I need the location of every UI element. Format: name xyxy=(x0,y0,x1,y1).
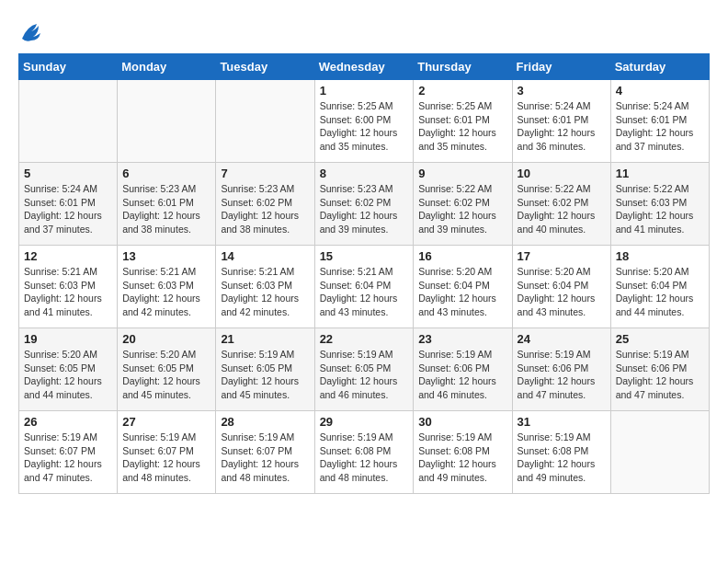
calendar-empty-cell xyxy=(118,80,216,163)
calendar-day-1: 1Sunrise: 5:25 AM Sunset: 6:00 PM Daylig… xyxy=(314,80,414,163)
day-info: Sunrise: 5:21 AM Sunset: 6:03 PM Dayligh… xyxy=(122,265,210,319)
day-info: Sunrise: 5:19 AM Sunset: 6:07 PM Dayligh… xyxy=(221,431,309,485)
calendar-week-3: 12Sunrise: 5:21 AM Sunset: 6:03 PM Dayli… xyxy=(19,246,710,328)
calendar-day-25: 25Sunrise: 5:19 AM Sunset: 6:06 PM Dayli… xyxy=(610,328,709,411)
day-info: Sunrise: 5:25 AM Sunset: 6:00 PM Dayligh… xyxy=(320,99,409,154)
day-info: Sunrise: 5:19 AM Sunset: 6:06 PM Dayligh… xyxy=(616,348,704,402)
day-number: 6 xyxy=(122,167,210,180)
day-info: Sunrise: 5:24 AM Sunset: 6:01 PM Dayligh… xyxy=(616,99,704,154)
logo-icon xyxy=(18,18,44,44)
day-header-sunday: Sunday xyxy=(19,54,118,80)
calendar-day-12: 12Sunrise: 5:21 AM Sunset: 6:03 PM Dayli… xyxy=(19,246,118,328)
day-number: 14 xyxy=(221,249,309,263)
day-info: Sunrise: 5:19 AM Sunset: 6:07 PM Dayligh… xyxy=(24,431,112,485)
calendar-day-19: 19Sunrise: 5:20 AM Sunset: 6:05 PM Dayli… xyxy=(19,328,118,411)
day-info: Sunrise: 5:20 AM Sunset: 6:05 PM Dayligh… xyxy=(122,348,210,402)
calendar-day-2: 2Sunrise: 5:25 AM Sunset: 6:01 PM Daylig… xyxy=(414,80,512,163)
day-info: Sunrise: 5:20 AM Sunset: 6:05 PM Dayligh… xyxy=(24,348,112,402)
day-number: 10 xyxy=(518,167,606,180)
calendar-day-18: 18Sunrise: 5:20 AM Sunset: 6:04 PM Dayli… xyxy=(610,246,709,328)
day-header-monday: Monday xyxy=(118,54,216,80)
day-number: 24 xyxy=(518,332,606,346)
day-number: 9 xyxy=(418,167,506,180)
calendar-day-5: 5Sunrise: 5:24 AM Sunset: 6:01 PM Daylig… xyxy=(19,163,118,246)
day-info: Sunrise: 5:25 AM Sunset: 6:01 PM Dayligh… xyxy=(418,99,506,154)
day-info: Sunrise: 5:21 AM Sunset: 6:03 PM Dayligh… xyxy=(24,265,112,319)
calendar-day-8: 8Sunrise: 5:23 AM Sunset: 6:02 PM Daylig… xyxy=(314,163,414,246)
calendar-day-29: 29Sunrise: 5:19 AM Sunset: 6:08 PM Dayli… xyxy=(314,411,414,494)
day-number: 15 xyxy=(320,249,409,263)
day-number: 11 xyxy=(616,167,704,180)
calendar-day-9: 9Sunrise: 5:22 AM Sunset: 6:02 PM Daylig… xyxy=(414,163,512,246)
calendar-day-4: 4Sunrise: 5:24 AM Sunset: 6:01 PM Daylig… xyxy=(610,80,709,163)
calendar-day-13: 13Sunrise: 5:21 AM Sunset: 6:03 PM Dayli… xyxy=(118,246,216,328)
day-number: 8 xyxy=(320,167,409,180)
day-info: Sunrise: 5:19 AM Sunset: 6:05 PM Dayligh… xyxy=(320,348,409,402)
day-info: Sunrise: 5:19 AM Sunset: 6:07 PM Dayligh… xyxy=(122,431,210,485)
day-number: 4 xyxy=(616,84,704,98)
day-number: 19 xyxy=(24,332,112,346)
calendar-day-6: 6Sunrise: 5:23 AM Sunset: 6:01 PM Daylig… xyxy=(118,163,216,246)
day-number: 23 xyxy=(418,332,506,346)
calendar-day-28: 28Sunrise: 5:19 AM Sunset: 6:07 PM Dayli… xyxy=(216,411,314,494)
day-info: Sunrise: 5:23 AM Sunset: 6:02 PM Dayligh… xyxy=(221,182,309,236)
calendar-day-23: 23Sunrise: 5:19 AM Sunset: 6:06 PM Dayli… xyxy=(414,328,512,411)
day-number: 13 xyxy=(122,249,210,263)
calendar-day-21: 21Sunrise: 5:19 AM Sunset: 6:05 PM Dayli… xyxy=(216,328,314,411)
day-info: Sunrise: 5:23 AM Sunset: 6:01 PM Dayligh… xyxy=(122,182,210,236)
logo xyxy=(18,18,48,44)
calendar-day-27: 27Sunrise: 5:19 AM Sunset: 6:07 PM Dayli… xyxy=(118,411,216,494)
calendar-day-14: 14Sunrise: 5:21 AM Sunset: 6:03 PM Dayli… xyxy=(216,246,314,328)
day-info: Sunrise: 5:22 AM Sunset: 6:02 PM Dayligh… xyxy=(518,182,606,236)
day-info: Sunrise: 5:19 AM Sunset: 6:08 PM Dayligh… xyxy=(518,431,606,485)
day-number: 26 xyxy=(24,415,112,429)
day-info: Sunrise: 5:24 AM Sunset: 6:01 PM Dayligh… xyxy=(24,182,112,236)
day-number: 30 xyxy=(418,415,506,429)
day-header-thursday: Thursday xyxy=(414,54,512,80)
calendar-empty-cell xyxy=(216,80,314,163)
calendar-week-5: 26Sunrise: 5:19 AM Sunset: 6:07 PM Dayli… xyxy=(19,411,710,494)
calendar-week-1: 1Sunrise: 5:25 AM Sunset: 6:00 PM Daylig… xyxy=(19,80,710,163)
day-number: 17 xyxy=(518,249,606,263)
calendar-day-17: 17Sunrise: 5:20 AM Sunset: 6:04 PM Dayli… xyxy=(512,246,610,328)
day-info: Sunrise: 5:20 AM Sunset: 6:04 PM Dayligh… xyxy=(418,265,506,319)
day-info: Sunrise: 5:19 AM Sunset: 6:08 PM Dayligh… xyxy=(320,431,409,485)
day-header-saturday: Saturday xyxy=(610,54,709,80)
day-number: 16 xyxy=(418,249,506,263)
calendar-empty-cell xyxy=(19,80,118,163)
day-info: Sunrise: 5:21 AM Sunset: 6:03 PM Dayligh… xyxy=(221,265,309,319)
day-number: 22 xyxy=(320,332,409,346)
day-number: 3 xyxy=(518,84,606,98)
calendar-day-3: 3Sunrise: 5:24 AM Sunset: 6:01 PM Daylig… xyxy=(512,80,610,163)
calendar-day-31: 31Sunrise: 5:19 AM Sunset: 6:08 PM Dayli… xyxy=(512,411,610,494)
day-number: 12 xyxy=(24,249,112,263)
day-info: Sunrise: 5:19 AM Sunset: 6:08 PM Dayligh… xyxy=(418,431,506,485)
day-number: 27 xyxy=(122,415,210,429)
day-number: 1 xyxy=(320,84,409,98)
day-info: Sunrise: 5:24 AM Sunset: 6:01 PM Dayligh… xyxy=(518,99,606,154)
day-header-friday: Friday xyxy=(512,54,610,80)
calendar-day-24: 24Sunrise: 5:19 AM Sunset: 6:06 PM Dayli… xyxy=(512,328,610,411)
day-number: 2 xyxy=(418,84,506,98)
day-header-tuesday: Tuesday xyxy=(216,54,314,80)
calendar-day-11: 11Sunrise: 5:22 AM Sunset: 6:03 PM Dayli… xyxy=(610,163,709,246)
day-info: Sunrise: 5:19 AM Sunset: 6:05 PM Dayligh… xyxy=(221,348,309,402)
day-number: 29 xyxy=(320,415,409,429)
day-header-wednesday: Wednesday xyxy=(314,54,414,80)
day-info: Sunrise: 5:19 AM Sunset: 6:06 PM Dayligh… xyxy=(518,348,606,402)
day-number: 21 xyxy=(221,332,309,346)
calendar-day-10: 10Sunrise: 5:22 AM Sunset: 6:02 PM Dayli… xyxy=(512,163,610,246)
day-number: 25 xyxy=(616,332,704,346)
calendar-day-7: 7Sunrise: 5:23 AM Sunset: 6:02 PM Daylig… xyxy=(216,163,314,246)
day-number: 7 xyxy=(221,167,309,180)
calendar-day-16: 16Sunrise: 5:20 AM Sunset: 6:04 PM Dayli… xyxy=(414,246,512,328)
day-info: Sunrise: 5:19 AM Sunset: 6:06 PM Dayligh… xyxy=(418,348,506,402)
calendar-table: SundayMondayTuesdayWednesdayThursdayFrid… xyxy=(18,53,710,494)
day-info: Sunrise: 5:20 AM Sunset: 6:04 PM Dayligh… xyxy=(616,265,704,319)
page-header xyxy=(18,18,710,44)
calendar-day-22: 22Sunrise: 5:19 AM Sunset: 6:05 PM Dayli… xyxy=(314,328,414,411)
day-number: 20 xyxy=(122,332,210,346)
calendar-week-4: 19Sunrise: 5:20 AM Sunset: 6:05 PM Dayli… xyxy=(19,328,710,411)
day-info: Sunrise: 5:22 AM Sunset: 6:02 PM Dayligh… xyxy=(418,182,506,236)
calendar-day-30: 30Sunrise: 5:19 AM Sunset: 6:08 PM Dayli… xyxy=(414,411,512,494)
